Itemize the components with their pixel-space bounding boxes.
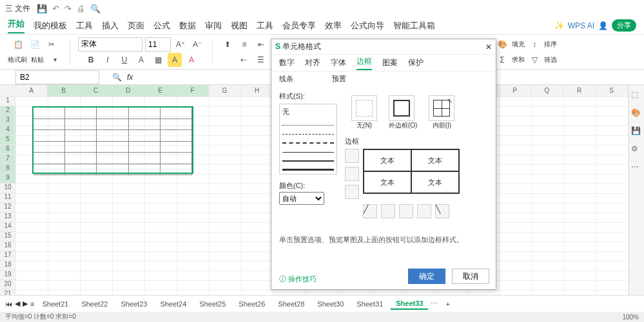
sheet-tab[interactable]: Sheet21 [37, 299, 73, 309]
side-select-icon[interactable]: ⬚ [631, 90, 643, 102]
italic-button[interactable]: I [101, 53, 115, 67]
print-icon[interactable]: 🖨 [77, 4, 85, 14]
preview-grid[interactable]: 文本 文本 文本 文本 [363, 149, 460, 194]
menu-insert[interactable]: 插入 [102, 20, 119, 32]
font-color-icon[interactable]: A [184, 53, 199, 67]
col-header[interactable]: A [15, 85, 48, 97]
font-name-input[interactable] [78, 37, 142, 52]
menu-member[interactable]: 会员专享 [282, 20, 316, 32]
menu-efficiency[interactable]: 效率 [325, 20, 342, 32]
menu-smart-tools[interactable]: 智能工具箱 [393, 20, 435, 32]
side-backup-icon[interactable]: 💾 [631, 126, 643, 138]
dialog-titlebar[interactable]: S 单元格格式 ✕ [271, 39, 496, 55]
tab-align[interactable]: 对齐 [305, 57, 320, 68]
side-more-icon[interactable]: ⋯ [631, 162, 643, 174]
sheet-tab[interactable]: Sheet25 [194, 299, 231, 309]
border-hmid-button[interactable] [345, 167, 359, 181]
preset-inner-button[interactable]: ↖ [429, 95, 454, 121]
col-header[interactable]: C [80, 85, 112, 97]
doc-menu[interactable]: 三 文件 [5, 3, 30, 14]
underline-button[interactable]: U [117, 53, 132, 67]
preset-none-button[interactable] [351, 95, 377, 121]
fx-label[interactable]: fx [127, 73, 133, 82]
tab-pattern[interactable]: 图案 [382, 57, 398, 68]
align-middle-icon[interactable]: ≡ [237, 37, 251, 52]
row-header[interactable]: 9 [0, 174, 15, 184]
tab-list-icon[interactable]: ≡ [30, 300, 34, 308]
border-icon[interactable]: ▦ [151, 53, 165, 67]
menu-formula-guide[interactable]: 公式向导 [351, 20, 384, 32]
menu-templates[interactable]: 我的模板 [34, 20, 67, 32]
row-header[interactable]: 7 [0, 155, 15, 164]
cancel-button[interactable]: 取消 [452, 269, 489, 284]
tab-number[interactable]: 数字 [279, 57, 295, 68]
select-all[interactable] [0, 85, 15, 97]
save-icon[interactable]: 💾 [37, 4, 47, 14]
font-increase-icon[interactable]: A⁺ [173, 37, 188, 52]
name-box[interactable] [15, 70, 99, 84]
menu-review[interactable]: 审阅 [205, 20, 222, 32]
col-header[interactable]: G [209, 85, 241, 97]
highlight-icon[interactable]: A [168, 53, 182, 67]
paste-icon[interactable]: 📋 [11, 37, 25, 52]
tab-first-icon[interactable]: ⏮ [5, 300, 12, 308]
sum-icon[interactable]: Σ [495, 53, 509, 67]
row-header[interactable]: 18 [0, 261, 15, 270]
row-header[interactable]: 1 [0, 97, 15, 106]
col-header[interactable]: B [48, 85, 80, 97]
close-icon[interactable]: ✕ [485, 43, 492, 52]
tab-more-icon[interactable]: ⋯ [431, 299, 438, 308]
row-header[interactable]: 8 [0, 164, 15, 174]
col-header[interactable]: R [563, 85, 596, 97]
col-header[interactable]: Q [531, 85, 563, 97]
menu-formula[interactable]: 公式 [153, 20, 170, 32]
paste-label[interactable]: 粘贴 [31, 55, 44, 64]
col-header[interactable]: H [241, 85, 273, 97]
redo-icon[interactable]: ↷ [64, 4, 72, 14]
sheet-tab[interactable]: Sheet22 [76, 299, 113, 309]
undo-icon[interactable]: ↶ [52, 4, 59, 14]
format-painter-label[interactable]: 格式刷 [8, 55, 27, 64]
row-header[interactable]: 12 [0, 203, 15, 213]
menu-page[interactable]: 页面 [128, 20, 144, 32]
align-top-icon[interactable]: ⬆ [220, 37, 235, 52]
fill-label[interactable]: 填充 [512, 40, 525, 49]
row-header[interactable]: 17 [0, 251, 15, 261]
tips-link[interactable]: ⓘ 操作技巧 [279, 274, 317, 284]
col-header[interactable]: E [144, 85, 177, 97]
color-select[interactable]: 自动 [279, 192, 324, 205]
filter-icon[interactable]: ▽ [527, 53, 542, 67]
row-header[interactable]: 20 [0, 280, 15, 290]
search-icon[interactable]: 🔍 [90, 4, 101, 14]
fill-icon[interactable]: 🎨 [495, 37, 509, 52]
sheet-tab[interactable]: Sheet30 [312, 299, 349, 309]
ok-button[interactable]: 确定 [408, 269, 445, 284]
border-bottom-button[interactable] [345, 185, 359, 199]
style-none[interactable]: 无 [282, 107, 334, 117]
copy-icon[interactable]: 📄 [28, 37, 42, 52]
align-center-icon[interactable]: ☰ [253, 53, 268, 67]
border-left-button[interactable] [381, 204, 395, 218]
indent-dec-icon[interactable]: ⇤ [254, 37, 268, 52]
border-top-button[interactable] [345, 149, 359, 163]
font-decrease-icon[interactable]: A⁻ [190, 37, 204, 52]
side-settings-icon[interactable]: ⚙ [631, 144, 643, 156]
menu-tools[interactable]: 工具 [76, 20, 93, 32]
row-header[interactable]: 14 [0, 222, 15, 232]
row-header[interactable]: 15 [0, 232, 15, 242]
paste-dropdown-icon[interactable]: ▾ [48, 53, 62, 67]
row-header[interactable]: 2 [0, 106, 15, 116]
row-header[interactable]: 3 [0, 116, 15, 126]
align-left-icon[interactable]: ⇠ [237, 53, 251, 67]
tab-prev-icon[interactable]: ◀ [15, 299, 20, 308]
line-style-list[interactable]: 无 [279, 104, 337, 175]
sheet-tab[interactable]: Sheet24 [155, 299, 191, 309]
col-header[interactable]: S [596, 85, 628, 97]
share-button[interactable]: 分享 [612, 19, 636, 32]
filter-label[interactable]: 筛选 [544, 55, 557, 64]
row-header[interactable]: 16 [0, 242, 15, 251]
row-header[interactable]: 19 [0, 270, 15, 280]
sheet-tab[interactable]: Sheet23 [115, 299, 152, 309]
strike-button[interactable]: A [134, 53, 148, 67]
font-size-input[interactable] [145, 37, 171, 52]
